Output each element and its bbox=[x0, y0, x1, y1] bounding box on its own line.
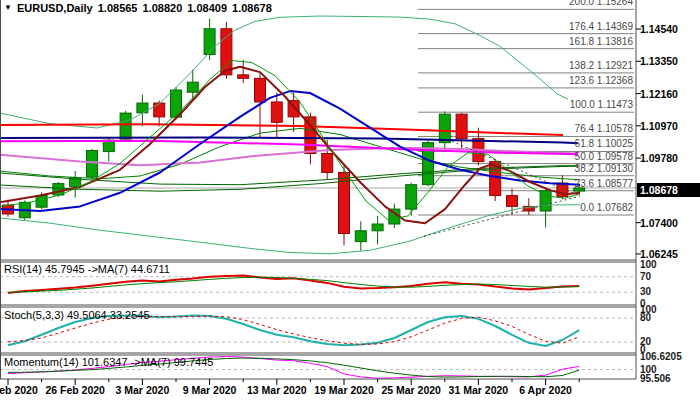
price-axis-label: 1.07400 bbox=[640, 217, 678, 229]
symbol-dropdown-icon[interactable]: ▼ bbox=[4, 3, 12, 13]
candle-body bbox=[439, 114, 450, 142]
price-axis-label: 1.10970 bbox=[640, 120, 678, 132]
fib-label-138.2: 138.2 1.12921 bbox=[569, 60, 633, 71]
symbol-period-label: EURUSD,Daily bbox=[17, 2, 93, 14]
candle-body bbox=[154, 103, 165, 117]
trendline-lower bbox=[424, 196, 580, 236]
fib-label-200.0: 200.0 1.15264 bbox=[569, 0, 633, 7]
fib-label-0.0: 0.0 1.07682 bbox=[580, 202, 633, 213]
momentum-indicator-label: Momentum(14) 101.6347 ->MA(7) 99.7445 bbox=[4, 356, 213, 368]
candle-body bbox=[406, 185, 417, 209]
bollinger-upper bbox=[0, 16, 568, 128]
chart-window: ▼ EURUSD,Daily 1.08565 1.08820 1.08409 1… bbox=[0, 0, 700, 400]
candle-body bbox=[271, 102, 282, 122]
rsi-scale-70: 70 bbox=[640, 271, 651, 282]
candle-body bbox=[507, 196, 518, 207]
date-label: 6 Apr 2020 bbox=[506, 384, 586, 396]
fib-label-100.0: 100.0 1.11473 bbox=[570, 99, 633, 110]
candle-body bbox=[103, 140, 114, 151]
candle-body bbox=[87, 151, 98, 178]
candle-body bbox=[322, 153, 333, 172]
current-price-badge: 1.08678 bbox=[637, 183, 700, 197]
candle-body bbox=[540, 191, 551, 211]
price-axis-label: 1.09780 bbox=[640, 152, 678, 164]
ohlc-close: 1.08678 bbox=[232, 2, 272, 14]
rsi-scale-30: 30 bbox=[640, 286, 651, 297]
price-axis-label: 1.06245 bbox=[640, 248, 678, 260]
candle-body bbox=[372, 224, 383, 231]
ohlc-high: 1.08820 bbox=[142, 2, 182, 14]
fib-label-161.8: 161.8 1.13816 bbox=[569, 36, 633, 47]
fib-label-50.0: 50.0 1.09578 bbox=[575, 151, 633, 162]
momentum-scale-95.506: 95.506 bbox=[640, 373, 671, 384]
candle-body bbox=[204, 29, 215, 55]
candle-body bbox=[355, 231, 366, 242]
candle-body bbox=[221, 29, 232, 75]
price-axis-label: 1.13350 bbox=[640, 55, 678, 67]
price-axis-label: 1.12160 bbox=[640, 88, 678, 100]
stoch-indicator-label: Stoch(5,3,3) 49.5064 33.2545 bbox=[4, 309, 150, 321]
fib-label-23.6: 23.6 1.08577 bbox=[575, 178, 633, 189]
fib-label-176.4: 176.4 1.14369 bbox=[569, 21, 633, 32]
chart-header: ▼ EURUSD,Daily 1.08565 1.08820 1.08409 1… bbox=[4, 2, 272, 14]
rsi-scale-100: 100 bbox=[640, 259, 657, 270]
fib-label-76.4: 76.4 1.10578 bbox=[575, 123, 633, 134]
momentum-scale-106.6205: 106.6205 bbox=[640, 351, 682, 362]
rsi-indicator-label: RSI(14) 45.7945 ->MA(7) 44.6711 bbox=[4, 263, 170, 275]
price-axis-label: 1.14540 bbox=[640, 23, 678, 35]
candle-body bbox=[187, 82, 198, 92]
candle-body bbox=[456, 114, 467, 138]
candle-body bbox=[255, 78, 266, 102]
ohlc-low: 1.08409 bbox=[187, 2, 227, 14]
fib-label-61.8: 61.8 1.10025 bbox=[575, 138, 633, 149]
bollinger-lower bbox=[0, 205, 580, 254]
ohlc-open: 1.08565 bbox=[98, 2, 138, 14]
candle-body bbox=[36, 196, 47, 208]
candle-body bbox=[238, 75, 249, 79]
fib-label-38.2: 38.2 1.09130 bbox=[575, 163, 633, 174]
candle-body bbox=[120, 113, 131, 139]
stoch-scale-80: 80 bbox=[640, 312, 651, 323]
fib-label-123.6: 123.6 1.12368 bbox=[569, 75, 633, 86]
